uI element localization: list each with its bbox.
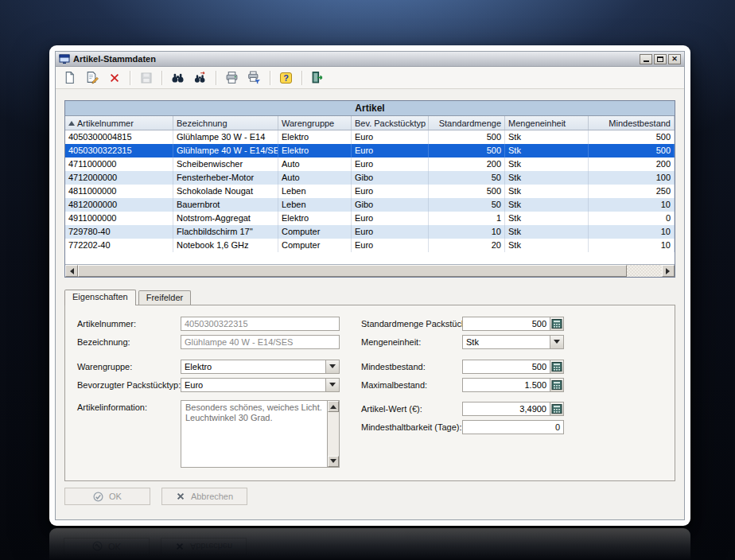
- chevron-down-icon[interactable]: [325, 360, 340, 374]
- table-cell: 200: [589, 158, 675, 171]
- find-icon[interactable]: [169, 68, 187, 87]
- table-row[interactable]: 772202-40 Notebook 1,6 GHz Computer Euro…: [65, 239, 675, 252]
- close-icon[interactable]: ✕: [668, 54, 681, 64]
- table-cell: Glühlampe 30 W - E14: [173, 130, 278, 144]
- table-cell: Euro: [352, 185, 429, 198]
- toolbar: ?: [56, 67, 684, 89]
- table-row[interactable]: 4711000000 Scheibenwischer Auto Euro 200…: [65, 158, 675, 171]
- table-row[interactable]: 4050300322315 Glühlampe 40 W - E14/SES E…: [65, 144, 675, 158]
- exit-icon[interactable]: [309, 68, 327, 87]
- print-icon[interactable]: [223, 68, 241, 87]
- table-cell: 4911000000: [65, 212, 173, 225]
- artikelwert-field-group: 3,4900: [462, 402, 564, 416]
- calculator-icon[interactable]: [550, 317, 564, 331]
- warengruppe-combobox[interactable]: Elektro: [181, 360, 340, 374]
- mindesthaltbarkeit-field[interactable]: 0: [462, 420, 564, 434]
- table-cell: Glühlampe 40 W - E14/SES: [173, 144, 278, 158]
- mengeneinheit-combobox[interactable]: Stk: [462, 335, 564, 349]
- packstuecktyp-label: Bevorzugter Packstücktyp:: [77, 380, 181, 390]
- table-cell: Stk: [505, 239, 589, 252]
- table-row[interactable]: 4812000000 Bauernbrot Leben Gibo 50 Stk …: [65, 198, 675, 212]
- column-header-warengruppe[interactable]: Warengruppe: [278, 116, 352, 130]
- tab-eigenschaften[interactable]: Eigenschaften: [64, 290, 136, 305]
- table-row[interactable]: 4712000000 Fensterheber-Motor Auto Gibo …: [65, 171, 675, 185]
- new-icon[interactable]: [60, 68, 79, 87]
- find-next-icon[interactable]: [191, 68, 209, 87]
- table-cell: 10: [429, 225, 505, 239]
- column-header-standardmenge[interactable]: Standardmenge: [429, 116, 505, 130]
- minimize-icon[interactable]: [640, 54, 652, 64]
- mindesthaltbarkeit-label: Mindesthaltbarkeit (Tage):: [361, 422, 462, 432]
- sort-ascending-icon: [68, 121, 75, 126]
- maximize-icon[interactable]: [654, 54, 667, 64]
- tab-freifelder[interactable]: Freifelder: [138, 290, 191, 305]
- artikelwert-field[interactable]: 3,4900: [462, 402, 550, 416]
- column-header-packstuecktyp[interactable]: Bev. Packstücktyp: [352, 116, 429, 130]
- maximalbestand-field[interactable]: 1.500: [462, 378, 550, 392]
- bezeichnung-field[interactable]: Glühlampe 40 W - E14/SES: [181, 335, 340, 349]
- bezeichnung-label: Bezeichnung:: [77, 337, 130, 347]
- calculator-icon[interactable]: [550, 378, 564, 392]
- toolbar-separator: [270, 71, 270, 85]
- application-icon: [59, 54, 70, 64]
- window-reflection: OK Abbrechen: [49, 528, 690, 560]
- table-cell: Schokolade Nougat: [173, 185, 278, 198]
- table-header-row: Artikelnummer Bezeichnung Warengruppe Be…: [65, 116, 675, 130]
- table-cell: 4811000000: [65, 185, 173, 198]
- scroll-up-button[interactable]: [328, 401, 339, 412]
- scroll-track[interactable]: [627, 265, 662, 277]
- calculator-icon[interactable]: [550, 360, 564, 374]
- cancel-button-reflection: Abbrechen: [161, 538, 247, 555]
- standardmenge-field[interactable]: 500: [462, 317, 550, 331]
- artikelnummer-field[interactable]: 4050300322315: [181, 317, 340, 331]
- check-circle-icon: [93, 492, 103, 502]
- column-header-artikelnummer[interactable]: Artikelnummer: [65, 116, 173, 130]
- mindestbestand-field[interactable]: 500: [462, 360, 550, 374]
- packstuecktyp-combobox[interactable]: Euro: [181, 378, 340, 392]
- artikelinformation-memo[interactable]: Besonders schönes, weiches Licht. Leucht…: [181, 400, 340, 468]
- column-header-bezeichnung[interactable]: Bezeichnung: [173, 116, 278, 130]
- table-caption: Artikel: [65, 101, 675, 116]
- delete-icon[interactable]: [105, 68, 123, 87]
- mengeneinheit-label: Mengeneinheit:: [361, 337, 421, 347]
- table-cell: Auto: [278, 171, 352, 185]
- table-cell: Stk: [505, 158, 589, 171]
- x-icon: [176, 492, 185, 501]
- table-cell: 500: [429, 144, 505, 158]
- warengruppe-label: Warengruppe:: [77, 362, 132, 371]
- scroll-thumb[interactable]: [78, 265, 627, 277]
- chevron-down-icon[interactable]: [550, 335, 564, 349]
- cancel-button[interactable]: Abbrechen: [161, 488, 247, 505]
- title-bar[interactable]: Artikel-Stammdaten ✕: [56, 52, 684, 67]
- table-row[interactable]: 729780-40 Flachbildschirm 17'' Computer …: [65, 225, 675, 239]
- table-row[interactable]: 4811000000 Schokolade Nougat Leben Euro …: [65, 185, 675, 198]
- chevron-down-icon[interactable]: [325, 378, 340, 392]
- window-title: Artikel-Stammdaten: [73, 52, 636, 67]
- calculator-icon[interactable]: [550, 402, 564, 416]
- table-row[interactable]: 4911000000 Notstrom-Aggregat Elektro Eur…: [65, 212, 675, 225]
- table-cell: Stk: [505, 225, 589, 239]
- table-cell: 500: [589, 130, 675, 144]
- scroll-right-button[interactable]: [662, 265, 675, 277]
- print-export-icon[interactable]: [245, 68, 263, 87]
- column-header-mengeneinheit[interactable]: Mengeneinheit: [505, 116, 589, 130]
- window-frame: Artikel-Stammdaten ✕: [55, 51, 685, 520]
- ok-button[interactable]: OK: [64, 488, 150, 505]
- artikelwert-label: Artikel-Wert (€):: [361, 404, 422, 414]
- horizontal-scrollbar: [65, 264, 675, 277]
- table-cell: Gibo: [352, 198, 429, 212]
- scroll-left-button[interactable]: [65, 265, 78, 277]
- table-row[interactable]: 4050300004815 Glühlampe 30 W - E14 Elekt…: [65, 130, 675, 144]
- table-cell: 10: [589, 198, 675, 212]
- column-header-mindestbestand[interactable]: Mindestbestand: [589, 116, 675, 130]
- scroll-down-button[interactable]: [328, 456, 339, 467]
- table-cell: 500: [429, 130, 505, 144]
- table-cell: 500: [589, 144, 675, 158]
- mindestbestand-field-group: 500: [462, 360, 564, 374]
- scroll-track[interactable]: [328, 412, 339, 456]
- save-icon[interactable]: [137, 68, 155, 87]
- toolbar-separator: [161, 71, 162, 85]
- help-icon[interactable]: ?: [277, 68, 295, 87]
- table-cell: Stk: [505, 171, 589, 185]
- edit-icon[interactable]: [83, 68, 101, 87]
